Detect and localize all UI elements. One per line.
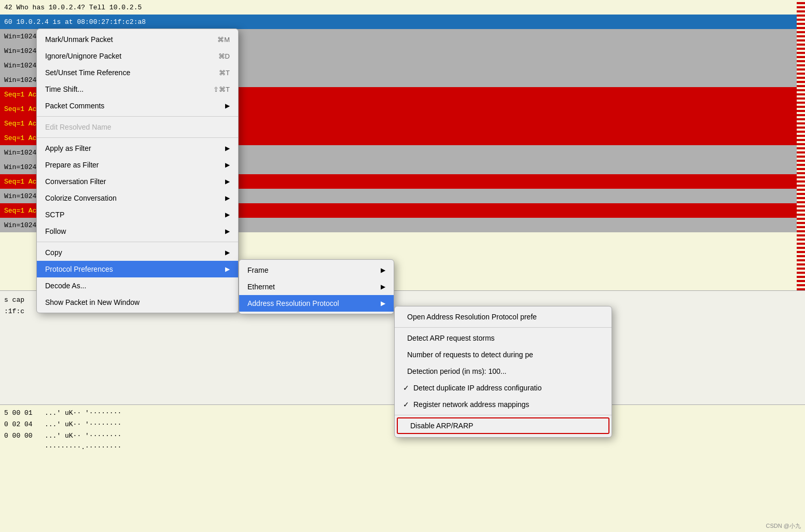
- menu-item-colorize-conversation[interactable]: Colorize Conversation ▶: [37, 190, 238, 206]
- menu-item-conversation-filter[interactable]: Conversation Filter ▶: [37, 173, 238, 190]
- menu-item-sctp[interactable]: SCTP ▶: [37, 206, 238, 223]
- submenu3-item-register-network[interactable]: Register network address mappings: [395, 396, 612, 413]
- arrow-icon: ▶: [225, 211, 230, 218]
- packet-row[interactable]: 42 Who has 10.0.2.4? Tell 10.0.2.5: [0, 0, 805, 15]
- arrow-icon: ▶: [381, 300, 385, 307]
- menu-item-decode-as[interactable]: Decode As...: [37, 277, 238, 294]
- separator: [395, 415, 612, 415]
- watermark: CSDN @小九: [766, 522, 801, 530]
- arrow-icon: ▶: [225, 161, 230, 169]
- arrow-icon: ▶: [225, 194, 230, 202]
- menu-item-edit-resolved: Edit Resolved Name: [37, 119, 238, 135]
- arrow-icon: ▶: [225, 249, 230, 256]
- submenu-protocol-preferences: Frame ▶ Ethernet ▶ Address Resolution Pr…: [239, 259, 394, 314]
- menu-item-protocol-preferences[interactable]: Protocol Preferences ▶: [37, 261, 238, 277]
- submenu-item-frame[interactable]: Frame ▶: [239, 262, 394, 278]
- menu-item-packet-comments[interactable]: Packet Comments ▶: [37, 97, 238, 114]
- menu-item-time-shift[interactable]: Time Shift... ⇧⌘T: [37, 81, 238, 97]
- separator: [37, 137, 238, 138]
- menu-item-apply-filter[interactable]: Apply as Filter ▶: [37, 140, 238, 157]
- arrow-icon: ▶: [381, 267, 385, 274]
- arrow-icon: ▶: [381, 283, 385, 290]
- menu-item-copy[interactable]: Copy ▶: [37, 244, 238, 261]
- separator: [37, 242, 238, 242]
- submenu-arp-options: Open Address Resolution Protocol prefe D…: [394, 306, 612, 438]
- separator: [37, 116, 238, 117]
- submenu-item-arp[interactable]: Address Resolution Protocol ▶: [239, 295, 394, 312]
- submenu3-item-detection-period[interactable]: Detection period (in ms): 100...: [395, 363, 612, 380]
- packet-row[interactable]: 60 10.0.2.4 is at 08:00:27:1f:c2:a8: [0, 15, 805, 29]
- context-menu: Mark/Unmark Packet ⌘M Ignore/Unignore Pa…: [36, 29, 239, 313]
- menu-item-set-unset-time[interactable]: Set/Unset Time Reference ⌘T: [37, 64, 238, 81]
- menu-item-mark-unmark[interactable]: Mark/Unmark Packet ⌘M: [37, 31, 238, 48]
- arrow-icon: ▶: [225, 228, 230, 235]
- scrollbar[interactable]: [797, 0, 805, 290]
- submenu3-item-disable-arp[interactable]: Disable ARP/RARP: [397, 417, 609, 434]
- arrow-icon: ▶: [225, 178, 230, 185]
- submenu3-item-detect-duplicate[interactable]: Detect duplicate IP address configuratio: [395, 380, 612, 396]
- menu-item-follow[interactable]: Follow ▶: [37, 223, 238, 240]
- hex-row: ·········.·········: [4, 441, 801, 453]
- menu-item-show-packet[interactable]: Show Packet in New Window: [37, 294, 238, 311]
- arrow-icon: ▶: [225, 145, 230, 152]
- separator: [395, 327, 612, 328]
- submenu3-item-open-prefs[interactable]: Open Address Resolution Protocol prefe: [395, 309, 612, 325]
- submenu-item-ethernet[interactable]: Ethernet ▶: [239, 278, 394, 295]
- submenu3-item-detect-storms[interactable]: Detect ARP request storms: [395, 330, 612, 346]
- submenu3-item-num-requests[interactable]: Number of requests to detect during pe: [395, 346, 612, 363]
- menu-item-ignore-unignore[interactable]: Ignore/Unignore Packet ⌘D: [37, 48, 238, 64]
- arrow-icon: ▶: [225, 265, 230, 273]
- menu-item-prepare-filter[interactable]: Prepare as Filter ▶: [37, 157, 238, 173]
- arrow-icon: ▶: [225, 102, 230, 109]
